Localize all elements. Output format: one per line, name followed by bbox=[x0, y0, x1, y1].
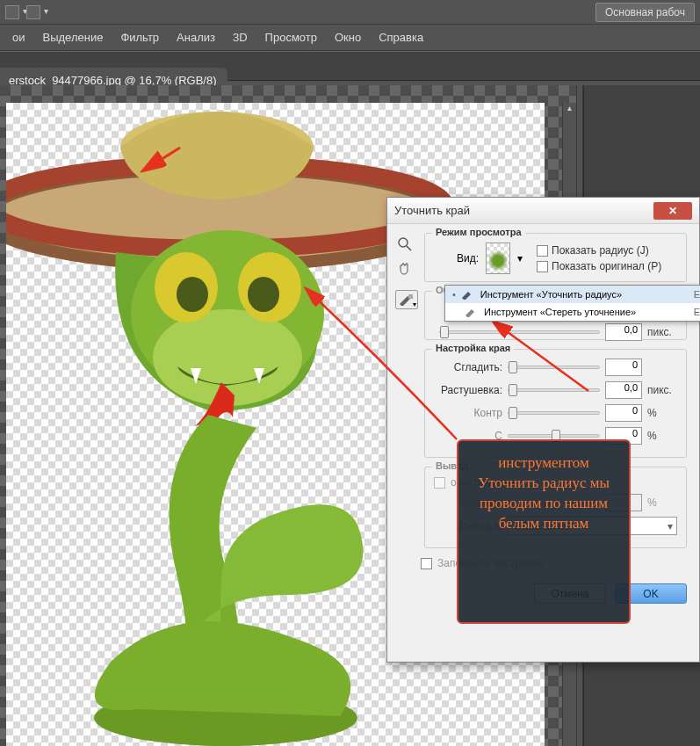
annotation-arrow-2 bbox=[487, 312, 637, 400]
view-mode-label: Режим просмотра bbox=[432, 227, 525, 237]
menu-select[interactable]: Выделение bbox=[36, 27, 111, 47]
menu-help[interactable]: Справка bbox=[372, 27, 430, 47]
svg-point-7 bbox=[177, 277, 208, 312]
refine-radius-tool-item[interactable]: • Инструмент «Уточнить радиус» E bbox=[445, 286, 700, 303]
erase-refinement-tool-item[interactable]: Инструмент «Стереть уточнение» E bbox=[445, 303, 700, 321]
menu-layers[interactable]: ои bbox=[5, 27, 32, 47]
rect-mode-icon[interactable] bbox=[26, 5, 40, 19]
menu-analysis[interactable]: Анализ bbox=[170, 27, 222, 47]
menu-window[interactable]: Окно bbox=[328, 27, 368, 47]
contrast-input[interactable]: 0 bbox=[605, 404, 642, 422]
svg-point-8 bbox=[248, 277, 279, 312]
menu-3d[interactable]: 3D bbox=[226, 27, 255, 47]
brush-icon bbox=[461, 288, 475, 301]
dialog-titlebar[interactable]: Уточнить край ✕ bbox=[387, 198, 699, 224]
toolbar-icons bbox=[5, 5, 40, 19]
hat-edge-arrow bbox=[136, 145, 189, 180]
svg-point-12 bbox=[399, 238, 408, 247]
refine-shortcut: E bbox=[694, 289, 700, 300]
menu-filter[interactable]: Фильтр bbox=[113, 27, 166, 47]
app-toolbar: Основная рабоч bbox=[0, 0, 700, 25]
feather-unit: пикс. bbox=[647, 384, 677, 396]
erase-tool-label: Инструмент «Стереть уточнение» bbox=[484, 307, 636, 317]
main-menu-bar: ои Выделение Фильтр Анализ 3D Просмотр О… bbox=[0, 25, 700, 51]
radius-unit: пикс. bbox=[647, 326, 677, 338]
menu-view[interactable]: Просмотр bbox=[258, 27, 324, 47]
brush-tool-dropdown: • Инструмент «Уточнить радиус» E Инструм… bbox=[444, 285, 700, 322]
dialog-title: Уточнить край bbox=[394, 204, 470, 217]
shift-unit: % bbox=[647, 430, 677, 442]
cleanup-colors-checkbox[interactable] bbox=[434, 477, 445, 489]
effect-unit: % bbox=[647, 496, 677, 509]
workspace-switcher[interactable]: Основная рабоч bbox=[595, 3, 695, 22]
dialog-close-button[interactable]: ✕ bbox=[653, 202, 692, 220]
erase-shortcut: E bbox=[694, 307, 700, 317]
refine-tool-label: Инструмент «Уточнить радиус» bbox=[480, 289, 622, 300]
annotation-callout: инструментом Уточнить радиус мы проводим… bbox=[457, 439, 631, 624]
contrast-unit: % bbox=[647, 407, 677, 419]
remember-checkbox[interactable] bbox=[421, 558, 432, 569]
rect-select-icon[interactable] bbox=[5, 5, 19, 19]
eraser-icon bbox=[465, 306, 479, 318]
